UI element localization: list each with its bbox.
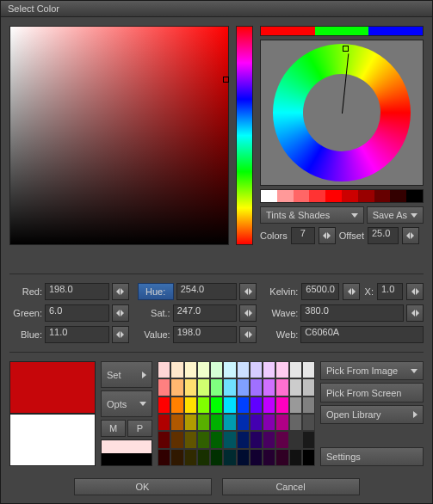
palette-swatch[interactable] [184,396,197,414]
sv-picker[interactable] [9,26,229,245]
palette-swatch[interactable] [158,361,170,378]
palette-swatch[interactable] [237,361,250,378]
palette-swatch[interactable] [275,396,288,414]
palette-swatch[interactable] [237,396,250,414]
tint-swatch[interactable] [325,190,342,202]
palette-swatch[interactable] [237,378,250,396]
palette-swatch[interactable] [184,414,197,431]
tint-swatch[interactable] [406,190,423,202]
palette-swatch[interactable] [158,378,170,396]
palette-swatch[interactable] [223,378,236,396]
ok-button[interactable]: OK [74,478,212,495]
palette-swatch[interactable] [289,414,302,431]
palette-swatch[interactable] [210,361,223,378]
tint-swatch[interactable] [261,190,277,202]
offset-input[interactable]: 25.0 [368,227,399,244]
web-input[interactable]: C6060A [300,326,424,343]
palette-swatch[interactable] [289,361,302,378]
palette-swatch[interactable] [250,431,263,448]
rgb-strip[interactable] [260,26,424,36]
titlebar[interactable]: Select Color [1,1,432,17]
blue-spinner[interactable] [112,326,129,343]
palette-swatch[interactable] [170,449,183,466]
color-wheel[interactable] [260,40,424,186]
tint-swatch[interactable] [390,190,406,202]
open-library-button[interactable]: Open Library [320,405,424,424]
palette-swatch[interactable] [170,431,183,448]
tint-swatch[interactable] [358,190,374,202]
palette-swatch[interactable] [250,361,263,378]
palette-swatch[interactable] [170,414,183,431]
tint-swatch[interactable] [374,190,391,202]
palette-swatch[interactable] [210,378,223,396]
palette-swatch[interactable] [223,414,236,431]
offset-spinner[interactable] [402,227,419,244]
red-input[interactable]: 198.0 [45,283,109,300]
palette-swatch[interactable] [263,378,275,396]
palette-swatch[interactable] [237,431,250,448]
rgb-strip-cell[interactable] [315,27,369,35]
palette-swatch[interactable] [158,449,170,466]
green-spinner[interactable] [112,304,129,322]
palette-swatch[interactable] [210,431,223,448]
palette-swatch[interactable] [197,378,210,396]
palette-swatch[interactable] [302,449,315,466]
colors-input[interactable]: 7 [291,227,315,244]
palette-swatch[interactable] [158,396,170,414]
memory-swatch-2[interactable] [102,453,152,466]
palette-swatch[interactable] [184,378,197,396]
cancel-button[interactable]: Cancel [222,478,360,495]
palette-swatch[interactable] [289,378,302,396]
tint-swatch[interactable] [342,190,358,202]
kelvin-input[interactable]: 6500.0 [301,283,339,300]
val-spinner[interactable] [239,326,257,343]
palette-swatch[interactable] [289,396,302,414]
palette-swatch[interactable] [302,361,315,378]
palette-swatch[interactable] [289,449,302,466]
wave-input[interactable]: 380.0 [300,304,404,322]
palette-swatch[interactable] [197,361,210,378]
palette-swatch[interactable] [275,378,288,396]
palette-swatch[interactable] [250,449,263,466]
tints-shades-dropdown[interactable]: Tints & Shades [260,206,364,224]
palette-swatch[interactable] [158,431,170,448]
sat-spinner[interactable] [239,304,257,322]
tint-swatch[interactable] [294,190,310,202]
palette-swatch[interactable] [237,449,250,466]
palette-swatch[interactable] [158,414,170,431]
hue-slider[interactable] [236,26,253,245]
palette-swatch[interactable] [275,361,288,378]
palette-swatch[interactable] [275,449,288,466]
palette-swatch[interactable] [210,396,223,414]
tints-shades-row[interactable] [260,189,424,203]
palette-swatch[interactable] [223,449,236,466]
green-input[interactable]: 6.0 [45,304,109,322]
memory-swatch-1[interactable] [102,440,152,453]
palette-swatch[interactable] [184,449,197,466]
kelvin-spinner[interactable] [343,283,360,300]
hue-label[interactable]: Hue: [138,283,174,300]
pick-from-screen-button[interactable]: Pick From Screen [320,383,424,402]
set-dropdown[interactable]: Set [101,361,152,388]
sat-input[interactable]: 247.0 [173,304,238,322]
p-button[interactable]: P [127,420,152,437]
tint-swatch[interactable] [277,190,294,202]
wheel-cursor[interactable] [343,46,349,52]
palette-swatch[interactable] [302,431,315,448]
palette-swatch[interactable] [263,414,275,431]
palette-swatch[interactable] [302,378,315,396]
palette-swatch[interactable] [197,431,210,448]
palette-swatch[interactable] [275,431,288,448]
tint-swatch[interactable] [309,190,325,202]
palette-swatch[interactable] [223,396,236,414]
settings-button[interactable]: Settings [320,447,424,466]
palette-swatch[interactable] [170,378,183,396]
rgb-strip-cell[interactable] [261,27,315,35]
palette-swatch[interactable] [197,396,210,414]
m-button[interactable]: M [101,420,126,437]
palette-swatch[interactable] [302,414,315,431]
palette-swatch[interactable] [184,431,197,448]
palette-swatch[interactable] [223,361,236,378]
hue-spinner[interactable] [239,283,257,300]
colors-spinner[interactable] [319,227,336,244]
